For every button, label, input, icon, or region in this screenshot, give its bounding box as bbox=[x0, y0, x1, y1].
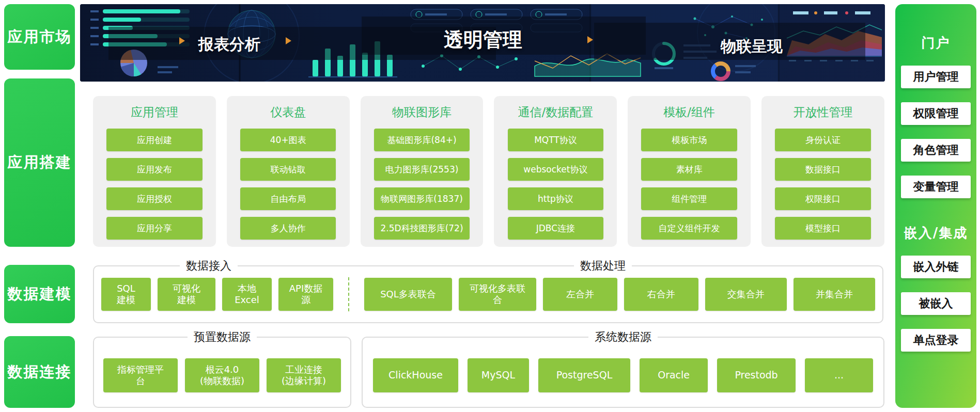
feature-button[interactable]: 物联网图形库(1837) bbox=[374, 187, 470, 210]
left-nav-app-market[interactable]: 应用市场 bbox=[4, 4, 75, 70]
card-title: 通信/数据配置 bbox=[494, 104, 617, 120]
card-title: 模板/组件 bbox=[628, 104, 751, 120]
feature-button[interactable]: 模型接口 bbox=[775, 217, 871, 240]
arrow-marker-icon bbox=[286, 37, 291, 44]
sidebar-button-variable-management[interactable]: 变量管理 bbox=[901, 176, 971, 198]
legend-data-access: 数据接入 bbox=[180, 258, 238, 274]
feature-button[interactable]: ... bbox=[805, 358, 873, 392]
card-iot-graphics-library: 物联图形库 基础图形库(84+) 电力图形库(2553) 物联网图形库(1837… bbox=[361, 96, 484, 247]
feature-button[interactable]: 可视化 建模 bbox=[158, 278, 215, 311]
product-architecture-page: 应用市场 应用搭建 数据建模 数据连接 bbox=[0, 0, 980, 412]
feature-button[interactable]: 多人协作 bbox=[240, 217, 336, 240]
left-nav-app-build[interactable]: 应用搭建 bbox=[4, 78, 75, 247]
system-datasource-buttons: ClickHouse MySQL PostgreSQL Oracle Prest… bbox=[363, 338, 883, 392]
feature-button[interactable]: 应用分享 bbox=[106, 217, 203, 240]
sidebar-button-embedded[interactable]: 被嵌入 bbox=[901, 292, 971, 315]
feature-button[interactable]: Prestodb bbox=[717, 358, 796, 392]
feature-button[interactable]: 右合并 bbox=[624, 278, 698, 311]
banner-title-report-analysis: 报表分析 bbox=[198, 34, 260, 55]
sidebar-button-embed-external-link[interactable]: 嵌入外链 bbox=[901, 256, 971, 278]
card-communication-data-config: 通信/数据配置 MQTT协议 websocket协议 http协议 JDBC连接 bbox=[494, 96, 617, 247]
feature-button[interactable]: 联动钻取 bbox=[240, 158, 336, 181]
feature-button[interactable]: ClickHouse bbox=[373, 358, 458, 392]
data-modeling-panel: 数据接入 数据处理 SQL 建模 可视化 建模 本地 Excel API数据 源… bbox=[93, 265, 883, 323]
feature-button[interactable]: 身份认证 bbox=[775, 129, 871, 151]
feature-button[interactable]: PostgreSQL bbox=[538, 358, 630, 392]
banner-title-transparent-management: 透明管理 bbox=[444, 27, 522, 53]
feature-button[interactable]: 根云4.0 (物联数据) bbox=[185, 358, 259, 392]
feature-button[interactable]: 2.5D科技图形库(72) bbox=[374, 217, 470, 240]
feature-button[interactable]: API数据 源 bbox=[278, 278, 333, 311]
feature-button[interactable]: 自由布局 bbox=[240, 187, 336, 210]
feature-button[interactable]: 40+图表 bbox=[240, 129, 336, 151]
card-dashboard: 仪表盘 40+图表 联动钻取 自由布局 多人协作 bbox=[227, 96, 350, 247]
arrow-marker-icon bbox=[587, 36, 593, 43]
card-title: 仪表盘 bbox=[227, 104, 350, 120]
feature-button[interactable]: 应用发布 bbox=[106, 158, 203, 181]
sidebar-button-permission-management[interactable]: 权限管理 bbox=[901, 102, 971, 125]
feature-button[interactable]: 左合并 bbox=[543, 278, 617, 311]
banner-collage: 报表分析 透明管理 物联呈现 bbox=[80, 4, 885, 82]
feature-button[interactable]: 素材库 bbox=[641, 158, 737, 181]
legend-preset-datasource: 预置数据源 bbox=[188, 329, 257, 345]
sidebar-button-role-management[interactable]: 角色管理 bbox=[901, 139, 971, 162]
card-app-management: 应用管理 应用创建 应用发布 应用授权 应用分享 bbox=[93, 96, 216, 247]
left-nav-data-connect[interactable]: 数据连接 bbox=[4, 336, 75, 408]
feature-button[interactable]: 权限接口 bbox=[775, 187, 871, 210]
feature-button[interactable]: 基础图形库(84+) bbox=[374, 129, 470, 151]
system-datasource-panel: 系统数据源 ClickHouse MySQL PostgreSQL Oracle… bbox=[362, 337, 884, 408]
card-openness-management: 开放性管理 身份认证 数据接口 权限接口 模型接口 bbox=[761, 96, 884, 247]
sidebar-button-single-sign-on[interactable]: 单点登录 bbox=[901, 329, 971, 352]
feature-button[interactable]: 指标管理平 台 bbox=[103, 358, 178, 392]
right-sidebar: 门户 用户管理 权限管理 角色管理 变量管理 嵌入/集成 嵌入外链 被嵌入 单点… bbox=[895, 4, 976, 408]
dashed-divider bbox=[348, 277, 349, 311]
arrow-marker-icon bbox=[179, 37, 185, 44]
preset-datasource-buttons: 指标管理平 台 根云4.0 (物联数据) 工业连接 (边缘计算) bbox=[94, 338, 350, 392]
card-template-component: 模板/组件 模板市场 素材库 组件管理 自定义组件开发 bbox=[628, 96, 751, 247]
feature-button[interactable]: MySQL bbox=[468, 358, 529, 392]
feature-button[interactable]: 本地 Excel bbox=[222, 278, 272, 311]
feature-button[interactable]: websocket协议 bbox=[508, 158, 604, 181]
feature-button[interactable]: 工业连接 (边缘计算) bbox=[267, 358, 341, 392]
feature-button[interactable]: 数据接口 bbox=[775, 158, 871, 181]
feature-button[interactable]: SQL多表联合 bbox=[364, 278, 452, 311]
left-nav-data-modeling[interactable]: 数据建模 bbox=[4, 265, 75, 323]
data-modeling-buttons: SQL 建模 可视化 建模 本地 Excel API数据 源 SQL多表联合 可… bbox=[94, 266, 882, 322]
feature-button[interactable]: Oracle bbox=[640, 358, 708, 392]
feature-button[interactable]: 电力图形库(2553) bbox=[374, 158, 470, 181]
feature-button[interactable]: 模板市场 bbox=[641, 129, 737, 151]
preset-datasource-panel: 预置数据源 指标管理平 台 根云4.0 (物联数据) 工业连接 (边缘计算) bbox=[93, 337, 351, 408]
feature-button[interactable]: JDBC连接 bbox=[508, 217, 604, 240]
sidebar-header-portal: 门户 bbox=[901, 34, 971, 52]
banner-title-iot-presentation: 物联呈现 bbox=[721, 36, 783, 57]
legend-system-datasource: 系统数据源 bbox=[588, 329, 658, 345]
feature-button[interactable]: 可视化多表联 合 bbox=[459, 278, 536, 311]
sidebar-header-embed-integration: 嵌入/集成 bbox=[901, 224, 971, 242]
feature-button[interactable]: 自定义组件开发 bbox=[641, 217, 737, 240]
card-title: 物联图形库 bbox=[361, 104, 484, 120]
legend-data-process: 数据处理 bbox=[574, 258, 632, 274]
feature-button[interactable]: 并集合并 bbox=[794, 278, 875, 311]
card-title: 开放性管理 bbox=[761, 104, 884, 120]
feature-button[interactable]: MQTT协议 bbox=[508, 129, 604, 151]
feature-button[interactable]: 交集合并 bbox=[705, 278, 787, 311]
feature-cards-row: 应用管理 应用创建 应用发布 应用授权 应用分享 仪表盘 40+图表 联动钻取 … bbox=[93, 96, 884, 247]
sidebar-button-user-management[interactable]: 用户管理 bbox=[901, 66, 971, 88]
card-title: 应用管理 bbox=[93, 104, 216, 120]
feature-button[interactable]: http协议 bbox=[508, 187, 604, 210]
feature-button[interactable]: 应用创建 bbox=[106, 129, 203, 151]
feature-button[interactable]: 应用授权 bbox=[106, 187, 203, 210]
feature-button[interactable]: SQL 建模 bbox=[101, 278, 151, 311]
feature-button[interactable]: 组件管理 bbox=[641, 187, 737, 210]
